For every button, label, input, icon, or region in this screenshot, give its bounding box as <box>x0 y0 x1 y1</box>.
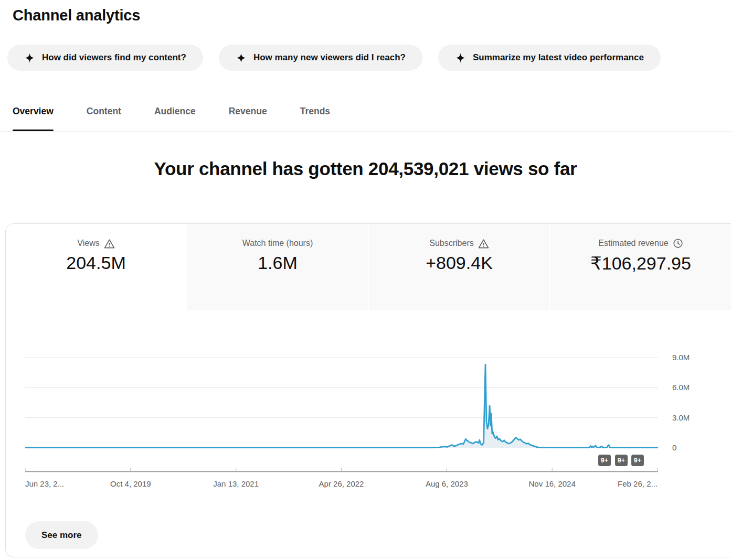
metric-tab-subscribers[interactable]: Subscribers +809.4K <box>368 224 549 310</box>
metric-label: Views <box>77 238 99 249</box>
metric-tab-watch-time[interactable]: Watch time (hours) 1.6M <box>186 224 368 310</box>
y-axis-label: 6.0M <box>672 383 690 392</box>
metric-value: +809.4K <box>369 253 549 273</box>
analytics-tabs-bar: Overview Content Audience Revenue Trends <box>0 97 731 132</box>
ai-chip-how-many-new-viewers[interactable]: How many new viewers did I reach? <box>219 45 422 71</box>
chart-gridlines <box>25 358 658 418</box>
x-axis-label: Oct 4, 2019 <box>110 479 151 488</box>
warning-icon <box>478 239 489 249</box>
channel-views-headline: Your channel has gotten 204,539,021 view… <box>0 158 731 179</box>
y-axis-label: 9.0M <box>672 353 690 362</box>
warning-icon <box>104 239 115 249</box>
x-axis-label: Nov 16, 2024 <box>529 479 576 488</box>
metric-tab-views[interactable]: Views 204.5M <box>6 224 186 310</box>
metric-tab-estimated-revenue[interactable]: Estimated revenue ₹106,297.95 <box>549 224 731 310</box>
annotation-badge[interactable]: 9+ <box>631 455 644 466</box>
x-axis-label: Jan 13, 2021 <box>213 479 259 488</box>
chip-label: How many new viewers did I reach? <box>253 52 406 63</box>
metric-value: ₹106,297.95 <box>550 253 731 274</box>
tab-revenue[interactable]: Revenue <box>229 97 267 131</box>
x-axis-label: Aug 6, 2023 <box>426 479 468 488</box>
tab-content[interactable]: Content <box>87 97 121 131</box>
analytics-card: Views 204.5M Watch time (hours) 1.6M Sub… <box>5 223 731 557</box>
ai-chip-how-did-viewers-find-content[interactable]: How did viewers find my content? <box>7 45 203 71</box>
metric-value: 1.6M <box>187 253 368 273</box>
metric-label: Estimated revenue <box>598 238 668 249</box>
page-title: Channel analytics <box>13 7 140 24</box>
see-more-button[interactable]: See more <box>25 521 98 549</box>
metric-label: Subscribers <box>429 238 473 249</box>
views-line-chart[interactable] <box>25 336 658 475</box>
clock-icon <box>673 238 683 249</box>
x-axis-label: Feb 26, 2... <box>618 479 658 488</box>
x-axis-ticks <box>25 468 658 472</box>
sparkle-icon <box>455 52 466 63</box>
chart-area-fill <box>25 364 658 448</box>
annotation-badge[interactable]: 9+ <box>598 455 611 466</box>
metric-tabs-row: Views 204.5M Watch time (hours) 1.6M Sub… <box>6 224 731 310</box>
sparkle-icon <box>236 52 247 63</box>
ai-chips-row: How did viewers find my content? How man… <box>7 45 661 71</box>
metric-label: Watch time (hours) <box>242 238 313 249</box>
annotation-badge[interactable]: 9+ <box>615 455 628 466</box>
tab-overview[interactable]: Overview <box>13 97 54 131</box>
chart-data-line <box>25 364 658 447</box>
metric-value: 204.5M <box>6 253 186 273</box>
ai-chip-summarize-latest-video[interactable]: Summarize my latest video performance <box>438 45 661 71</box>
sparkle-icon <box>24 52 35 63</box>
chip-label: Summarize my latest video performance <box>473 52 644 63</box>
chip-label: How did viewers find my content? <box>42 52 186 63</box>
y-axis-label: 0 <box>672 443 676 453</box>
tab-audience[interactable]: Audience <box>154 97 196 131</box>
x-axis-label: Apr 26, 2022 <box>319 479 364 488</box>
y-axis-label: 3.0M <box>672 413 690 423</box>
x-axis-label: Jun 23, 2... <box>25 479 64 488</box>
tab-trends[interactable]: Trends <box>300 97 330 131</box>
